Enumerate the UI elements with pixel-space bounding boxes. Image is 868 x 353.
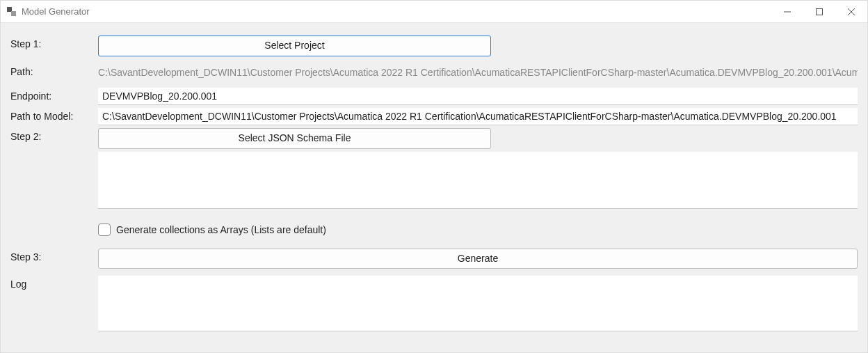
json-file-textarea[interactable] <box>98 152 858 209</box>
arrays-checkbox[interactable] <box>98 223 111 236</box>
log-label: Log <box>10 276 98 290</box>
checkbox-field-col: Generate collections as Arrays (Lists ar… <box>98 218 858 242</box>
path-to-model-input[interactable] <box>98 108 858 125</box>
window-controls <box>771 1 867 22</box>
form-body: Step 1: Select Project Path: C:\SavantDe… <box>1 23 867 352</box>
path-to-model-label: Path to Model: <box>10 108 98 122</box>
endpoint-label: Endpoint: <box>10 88 98 102</box>
path-field-col: C:\SavantDevelopment_DCWIN11\Customer Pr… <box>98 63 858 81</box>
window-title: Model Generator <box>22 6 771 17</box>
svg-rect-1 <box>817 8 823 15</box>
arrays-checkbox-label: Generate collections as Arrays (Lists ar… <box>116 224 326 235</box>
path-row: Path: C:\SavantDevelopment_DCWIN11\Custo… <box>10 63 858 81</box>
endpoint-input[interactable] <box>98 88 858 105</box>
minimize-icon <box>784 8 791 15</box>
path-to-model-field-col <box>98 108 858 125</box>
endpoint-field-col <box>98 88 858 105</box>
app-icon <box>6 6 17 17</box>
arrays-checkbox-wrap[interactable]: Generate collections as Arrays (Lists ar… <box>98 222 858 237</box>
checkbox-spacer <box>10 218 98 221</box>
step1-field: Select Project <box>98 36 858 56</box>
app-window: Model Generator Step 1: Select Project P… <box>0 0 868 353</box>
minimize-button[interactable] <box>771 1 803 22</box>
maximize-button[interactable] <box>803 1 835 22</box>
step1-row: Step 1: Select Project <box>10 36 858 56</box>
close-icon <box>848 8 855 15</box>
maximize-icon <box>816 8 823 15</box>
step2-label: Step 2: <box>10 128 98 142</box>
log-textarea[interactable] <box>98 276 858 331</box>
step3-field-col: Generate <box>98 249 858 269</box>
generate-button[interactable]: Generate <box>98 249 858 269</box>
log-row: Log <box>10 276 858 334</box>
step2-row: Step 2: Select JSON Schema File <box>10 128 858 211</box>
step3-label: Step 3: <box>10 249 98 262</box>
titlebar: Model Generator <box>1 1 867 23</box>
checkbox-row: Generate collections as Arrays (Lists ar… <box>10 218 858 242</box>
step1-label: Step 1: <box>10 36 98 49</box>
step3-row: Step 3: Generate <box>10 249 858 269</box>
select-json-button[interactable]: Select JSON Schema File <box>98 128 491 149</box>
endpoint-row: Endpoint: <box>10 88 858 105</box>
step2-field-col: Select JSON Schema File <box>98 128 858 211</box>
path-label: Path: <box>10 63 98 77</box>
path-to-model-row: Path to Model: <box>10 108 858 125</box>
path-value: C:\SavantDevelopment_DCWIN11\Customer Pr… <box>98 63 858 81</box>
select-project-button[interactable]: Select Project <box>98 36 491 56</box>
close-button[interactable] <box>835 1 867 22</box>
log-field-col <box>98 276 858 334</box>
